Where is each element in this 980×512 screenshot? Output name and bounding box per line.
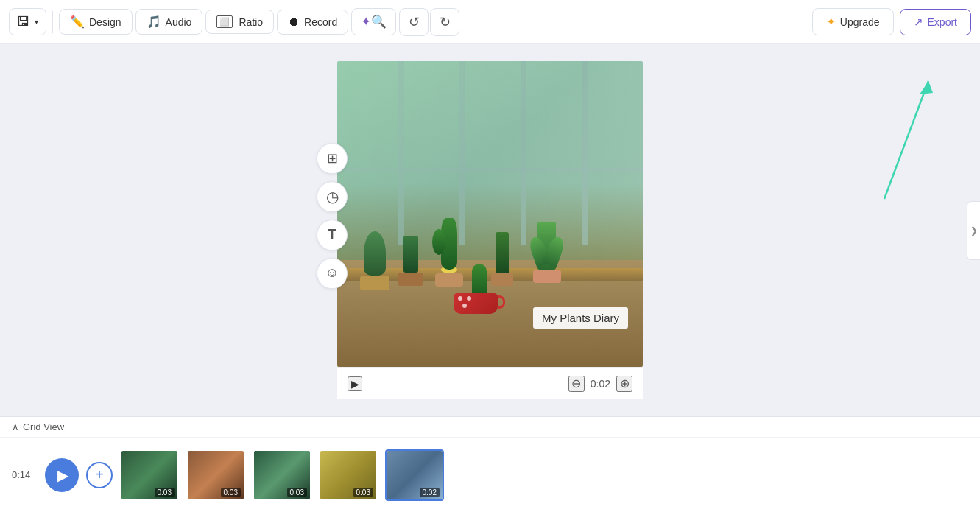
filter-icon: ◷ — [326, 188, 339, 206]
sticker-icon: ☺ — [325, 265, 339, 281]
svg-line-0 — [884, 81, 928, 199]
undo-redo-group: ↺ ↻ — [399, 8, 459, 36]
video-container: My Plants Diary ▶ ⊖ 0:02 ⊕ — [337, 61, 643, 399]
design-label: Design — [89, 16, 121, 28]
red-mug — [454, 264, 505, 312]
timeline-play-button[interactable]: ▶ — [45, 458, 79, 492]
save-icon: 🖫 — [17, 14, 30, 29]
search-button[interactable]: ✦🔍 — [351, 8, 396, 35]
thumbnail-2[interactable]: 0:03 — [186, 449, 245, 501]
play-icon: ▶ — [351, 378, 359, 390]
text-icon: T — [328, 227, 336, 242]
thumbnail-5-time: 0:02 — [420, 488, 440, 497]
ratio-icon: ⬜ — [216, 15, 233, 28]
undo-icon: ↺ — [409, 14, 420, 30]
record-icon: ⏺ — [288, 15, 300, 29]
upgrade-button[interactable]: ✦ Upgrade — [812, 8, 894, 35]
toolbar-right: ✦ Upgrade ↗ Export — [812, 8, 971, 35]
thumbnail-2-time: 0:03 — [221, 488, 241, 497]
plus-icon: + — [95, 466, 104, 483]
toolbar-left: 🖫 ▾ ✏️ Design 🎵 Audio ⬜ Ratio ⏺ Record ✦… — [9, 8, 809, 36]
video-controls: ▶ ⊖ 0:02 ⊕ — [337, 367, 643, 399]
toolbar-separator — [52, 11, 53, 33]
layout-icon: ⊞ — [327, 150, 338, 166]
zoom-out-button[interactable]: ⊖ — [568, 376, 585, 392]
layout-tool-button[interactable]: ⊞ — [317, 143, 348, 174]
ratio-label: Ratio — [239, 16, 263, 28]
side-tools-panel: ⊞ ◷ T ☺ — [317, 143, 348, 289]
upgrade-label: Upgrade — [840, 16, 880, 28]
audio-icon: 🎵 — [147, 15, 161, 29]
text-tool-button[interactable]: T — [317, 220, 348, 250]
redo-button[interactable]: ↻ — [430, 8, 459, 36]
window-bg — [337, 61, 643, 260]
sticker-tool-button[interactable]: ☺ — [317, 258, 348, 289]
video-frame: My Plants Diary — [337, 61, 643, 367]
canvas-area: ⊞ ◷ T ☺ — [0, 44, 980, 416]
zoom-out-icon: ⊖ — [571, 376, 581, 390]
undo-button[interactable]: ↺ — [399, 8, 429, 36]
bottom-header: ∧ Grid View — [0, 417, 980, 438]
thumbnail-1-time: 0:03 — [155, 488, 175, 497]
right-panel-toggle[interactable]: ❯ — [967, 201, 980, 260]
ratio-button[interactable]: ⬜ Ratio — [205, 10, 274, 34]
time-controls: ⊖ 0:02 ⊕ — [568, 376, 632, 392]
thumbnail-4[interactable]: 0:03 — [319, 449, 378, 501]
bottom-bar: ∧ Grid View 0:14 ▶ + 0:03 0:03 0:03 — [0, 416, 980, 512]
plant-2 — [392, 236, 429, 287]
design-button[interactable]: ✏️ Design — [59, 9, 133, 35]
video-text-overlay[interactable]: My Plants Diary — [533, 307, 628, 329]
audio-label: Audio — [166, 16, 192, 28]
arrow-annotation — [855, 66, 943, 214]
time-display: 0:02 — [591, 378, 610, 390]
thumbnail-4-time: 0:03 — [353, 488, 373, 497]
save-button[interactable]: 🖫 ▾ — [9, 8, 46, 35]
main-area: ⊞ ◷ T ☺ — [0, 44, 980, 416]
toolbar: 🖫 ▾ ✏️ Design 🎵 Audio ⬜ Ratio ⏺ Record ✦… — [0, 0, 980, 44]
upgrade-star-icon: ✦ — [826, 15, 836, 29]
record-label: Record — [304, 16, 337, 28]
plant-aloe — [526, 222, 567, 284]
add-clip-button[interactable]: + — [86, 462, 113, 488]
zoom-in-button[interactable]: ⊕ — [616, 376, 632, 392]
video-title-text: My Plants Diary — [542, 312, 619, 324]
thumbnail-1[interactable]: 0:03 — [120, 449, 179, 501]
thumbnail-3-time: 0:03 — [287, 488, 307, 497]
design-icon: ✏️ — [70, 15, 85, 29]
grid-view-toggle[interactable]: ∧ Grid View — [12, 421, 64, 432]
bottom-content: 0:14 ▶ + 0:03 0:03 0:03 0:03 0:02 — [0, 438, 980, 512]
save-dropdown-icon: ▾ — [35, 18, 38, 26]
plant-1 — [353, 231, 397, 290]
redo-icon: ↻ — [440, 14, 451, 30]
video-scene: My Plants Diary — [337, 61, 643, 367]
zoom-in-icon: ⊕ — [620, 376, 630, 390]
play-circle-icon: ▶ — [57, 466, 68, 484]
chevron-up-icon: ∧ — [12, 421, 19, 432]
record-button[interactable]: ⏺ Record — [277, 10, 348, 35]
video-play-button[interactable]: ▶ — [348, 376, 362, 391]
export-button[interactable]: ↗ Export — [900, 9, 971, 35]
audio-button[interactable]: 🎵 Audio — [135, 9, 203, 35]
export-icon: ↗ — [914, 15, 923, 29]
thumbnail-3[interactable]: 0:03 — [253, 449, 311, 501]
grid-view-label: Grid View — [23, 421, 64, 432]
export-label: Export — [928, 16, 957, 28]
magic-search-icon: ✦🔍 — [361, 14, 387, 29]
thumbnail-5[interactable]: 0:02 — [385, 449, 444, 501]
timeline-time: 0:14 — [12, 469, 38, 480]
filter-tool-button[interactable]: ◷ — [317, 181, 348, 212]
svg-marker-1 — [920, 81, 933, 94]
chevron-right-icon: ❯ — [970, 225, 978, 236]
